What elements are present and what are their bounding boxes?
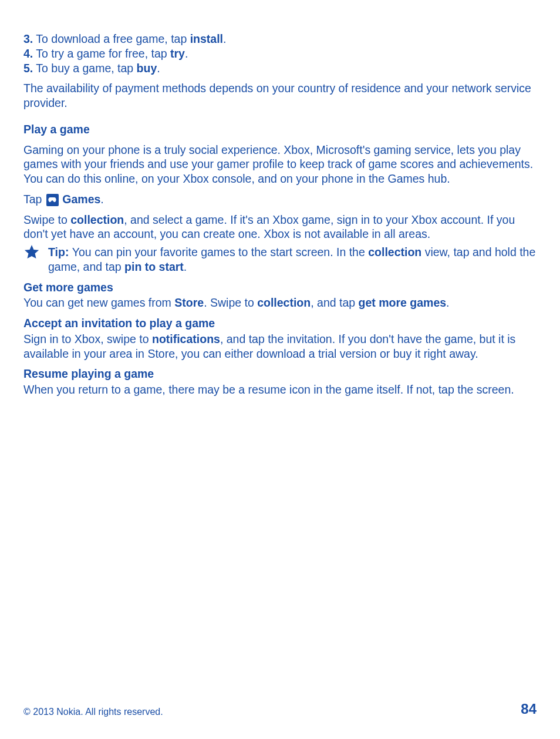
pin-to-start-bold: pin to start	[124, 260, 184, 273]
tap-label: Games	[62, 193, 100, 206]
step-action: install	[190, 32, 223, 45]
step-text: To try a game for free, tap	[33, 47, 170, 60]
resume-body: When you return to a game, there may be …	[23, 382, 537, 397]
step-number: 5.	[23, 62, 33, 75]
text: .	[446, 296, 449, 309]
step-text: To download a free game, tap	[33, 32, 190, 45]
text: You can get new games from	[23, 296, 174, 309]
text: .	[184, 260, 187, 273]
page-number: 84	[521, 700, 537, 718]
text: . Swipe to	[204, 296, 257, 309]
text: , and tap	[311, 296, 358, 309]
numbered-steps: 3. To download a free game, tap install.…	[23, 32, 537, 75]
page-footer: © 2013 Nokia. All rights reserved. 84	[23, 700, 537, 718]
collection-bold: collection	[257, 296, 311, 309]
swipe-collection: Swipe to collection, and select a game. …	[23, 213, 537, 242]
step-action: buy	[137, 62, 157, 75]
heading-get-more-games: Get more games	[23, 280, 537, 295]
get-more-body: You can get new games from Store. Swipe …	[23, 295, 537, 310]
accept-body: Sign in to Xbox, swipe to notifications,…	[23, 332, 537, 361]
step-4: 4. To try a game for free, tap try.	[23, 46, 537, 61]
availability-note: The availability of payment methods depe…	[23, 81, 537, 110]
tip-block: Tip: You can pin your favorite games to …	[23, 245, 537, 274]
star-icon	[23, 244, 48, 260]
store-bold: Store	[174, 296, 204, 309]
text: Sign in to Xbox, swipe to	[23, 332, 152, 345]
step-3: 3. To download a free game, tap install.	[23, 32, 537, 46]
step-number: 4.	[23, 47, 33, 60]
step-suffix: .	[157, 62, 160, 75]
document-page: 3. To download a free game, tap install.…	[0, 0, 560, 739]
heading-accept-invitation: Accept an invitation to play a game	[23, 316, 537, 331]
notifications-bold: notifications	[152, 332, 220, 345]
heading-play-a-game: Play a game	[23, 122, 537, 137]
tap-suffix: .	[100, 193, 103, 206]
tip-label: Tip:	[48, 246, 72, 258]
get-more-games-bold: get more games	[359, 296, 447, 309]
collection-bold: collection	[368, 246, 421, 258]
text: Swipe to	[23, 213, 70, 226]
tap-games-instruction: Tap Games.	[23, 192, 537, 207]
step-action: try	[170, 47, 185, 60]
heading-resume-playing: Resume playing a game	[23, 367, 537, 381]
step-5: 5. To buy a game, tap buy.	[23, 61, 537, 76]
copyright-text: © 2013 Nokia. All rights reserved.	[23, 706, 163, 718]
play-intro: Gaming on your phone is a truly social e…	[23, 143, 537, 186]
tip-text: Tip: You can pin your favorite games to …	[48, 245, 537, 274]
step-suffix: .	[185, 47, 188, 60]
step-number: 3.	[23, 32, 33, 45]
text: You can pin your favorite games to the s…	[72, 246, 368, 258]
tap-prefix: Tap	[23, 193, 45, 206]
games-tile-icon	[46, 194, 59, 206]
step-text: To buy a game, tap	[33, 62, 136, 75]
collection-bold: collection	[70, 213, 124, 226]
step-suffix: .	[223, 32, 226, 45]
